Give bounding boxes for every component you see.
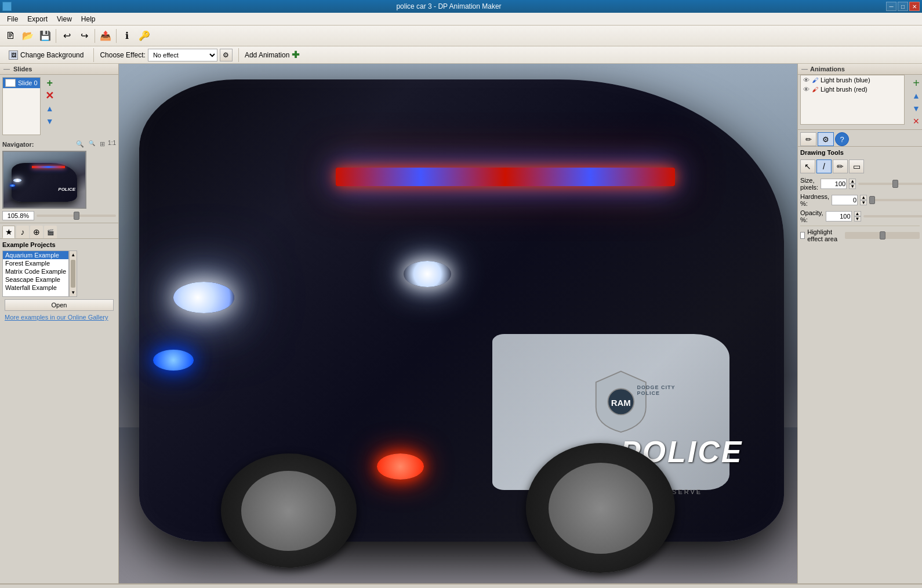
tab-music[interactable]: ♪ — [16, 226, 29, 238]
slides-header: Slides — [0, 64, 118, 75]
size-up[interactable]: ▲ — [849, 179, 856, 184]
move-anim-down-button[interactable]: ▼ — [910, 103, 922, 114]
example-item-2[interactable]: Matrix Code Example — [3, 267, 68, 275]
toolbar-sep-1 — [56, 29, 56, 43]
slide-item-0[interactable]: Slide 0 — [3, 78, 40, 88]
gallery-link[interactable]: More examples in our Online Gallery — [2, 313, 111, 322]
example-item-4[interactable]: Waterfall Example — [3, 284, 68, 292]
anim-list-wrapper: 👁 🖌 Light brush (blue) 👁 🖌 Light brush (… — [798, 75, 907, 127]
help-tab[interactable]: ? — [835, 132, 849, 146]
eraser-tool-button[interactable]: ▭ — [849, 159, 864, 173]
move-slide-up-button[interactable]: ▲ — [44, 103, 56, 114]
animations-list[interactable]: 👁 🖌 Light brush (blue) 👁 🖌 Light brush (… — [800, 75, 905, 125]
add-slide-button[interactable]: + — [44, 77, 56, 89]
add-anim-side-button[interactable]: + — [910, 77, 922, 89]
size-slider[interactable] — [858, 183, 922, 185]
size-down[interactable]: ▼ — [849, 184, 856, 189]
opacity-up[interactable]: ▲ — [854, 211, 861, 216]
tab-effects[interactable]: ⊕ — [30, 226, 43, 238]
undo-button[interactable]: ↩ — [59, 28, 75, 44]
hardness-down[interactable]: ▼ — [860, 200, 867, 205]
anim-eye-1: 👁 — [803, 86, 810, 93]
navigator-header: Navigator: 🔍 🔍 ⊞ 1:1 — [2, 140, 116, 148]
opacity-down[interactable]: ▼ — [854, 216, 861, 222]
change-background-button[interactable]: 🖼 Change Background — [5, 49, 88, 61]
menu-file[interactable]: File — [2, 14, 23, 24]
pencil-tool-button[interactable]: ✏ — [833, 159, 848, 173]
svg-text:RAM: RAM — [611, 398, 631, 408]
opacity-input[interactable]: 100 — [826, 211, 852, 222]
title-bar-left — [2, 2, 12, 11]
menu-export[interactable]: Export — [23, 14, 52, 24]
hardness-input[interactable]: 0 — [832, 195, 858, 205]
settings-tab[interactable]: ⚙ — [818, 132, 834, 146]
example-item-1[interactable]: Forest Example — [3, 259, 68, 267]
main-container: Slides Slide 0 + ✕ ▲ ▼ Navigator: 🔍 — [0, 64, 922, 583]
canvas-image: POLICE PROTECT & SERVE — [119, 64, 797, 583]
opacity-slider[interactable] — [863, 215, 922, 217]
menu-help[interactable]: Help — [77, 14, 100, 24]
action-sep-1 — [93, 48, 94, 62]
add-animation-button[interactable]: Add Animation ✚ — [245, 49, 299, 60]
remove-slide-button[interactable]: ✕ — [44, 90, 56, 101]
hardness-slider[interactable] — [869, 199, 922, 201]
effect-settings-button[interactable]: ⚙ — [220, 49, 233, 61]
example-item-3[interactable]: Seascape Example — [3, 275, 68, 284]
tab-media[interactable]: 🎬 — [44, 226, 57, 238]
list-scrollbar[interactable]: ▲ ▼ — [69, 251, 77, 297]
size-input[interactable]: 100 — [821, 179, 847, 189]
highlight-checkbox[interactable] — [800, 232, 805, 239]
slides-area: Slide 0 + ✕ ▲ ▼ — [0, 75, 118, 137]
zoom-slider[interactable] — [37, 215, 116, 217]
new-button[interactable]: 🖹 — [2, 28, 19, 44]
hardness-spinner[interactable]: ▲ ▼ — [860, 195, 867, 205]
remove-anim-button[interactable]: ✕ — [910, 115, 922, 127]
brush-tool-button[interactable]: / — [816, 159, 832, 173]
select-tool-button[interactable]: ↖ — [800, 159, 815, 173]
anim-name-1: Light brush (red) — [821, 86, 867, 93]
slide-label-0: Slide 0 — [18, 79, 38, 86]
fit-button[interactable]: ⊞ — [98, 140, 107, 148]
anim-item-0[interactable]: 👁 🖌 Light brush (blue) — [801, 75, 904, 85]
light-bar — [336, 168, 675, 186]
opacity-spinner[interactable]: ▲ ▼ — [854, 211, 861, 222]
redo-button[interactable]: ↪ — [76, 28, 92, 44]
example-list-area: Aquarium Example Forest Example Matrix C… — [2, 251, 116, 297]
navigator-preview[interactable]: POLICE — [2, 151, 86, 209]
menu-bar: File Export View Help — [0, 13, 922, 26]
move-anim-up-button[interactable]: ▲ — [910, 90, 922, 101]
move-slide-down-button[interactable]: ▼ — [44, 115, 56, 127]
example-item-0[interactable]: Aquarium Example — [3, 251, 68, 259]
headlight-left — [173, 282, 234, 313]
title-bar-title: police car 3 - DP Animation Maker — [12, 2, 886, 10]
size-spinner[interactable]: ▲ ▼ — [849, 179, 856, 189]
info-button[interactable]: ℹ — [119, 28, 135, 44]
key-button[interactable]: 🔑 — [136, 28, 153, 44]
tab-projects[interactable]: ★ — [2, 226, 15, 238]
maximize-button[interactable]: □ — [898, 2, 908, 11]
add-anim-label: Add Animation — [245, 51, 289, 59]
open-button[interactable]: 📂 — [20, 28, 36, 44]
anim-item-1[interactable]: 👁 🖌 Light brush (red) — [801, 85, 904, 94]
city-police: DODGE CITYPOLICE — [637, 384, 675, 396]
hardness-up[interactable]: ▲ — [860, 195, 867, 200]
effect-select[interactable]: No effect Fade Blur Zoom — [148, 49, 217, 61]
animations-header-left: Animations — [801, 66, 845, 72]
close-button[interactable]: ✕ — [909, 2, 920, 11]
menu-view[interactable]: View — [52, 14, 77, 24]
shield-badge: RAM — [594, 365, 648, 438]
example-list[interactable]: Aquarium Example Forest Example Matrix C… — [2, 251, 69, 297]
zoom-out-button[interactable]: 🔍 — [87, 140, 97, 148]
highlight-slider[interactable] — [845, 232, 920, 239]
right-panel: Animations 👁 🖌 Light brush (blue) 👁 🖌 Li… — [797, 64, 922, 583]
draw-tab[interactable]: ✏ — [800, 132, 816, 146]
save-button[interactable]: 💾 — [37, 28, 53, 44]
minimize-button[interactable]: ─ — [886, 2, 896, 11]
anim-side-buttons: + ▲ ▼ ✕ — [909, 75, 922, 129]
title-bar-controls: ─ □ ✕ — [886, 2, 920, 11]
open-button[interactable]: Open — [5, 299, 114, 311]
navigator-section: Navigator: 🔍 🔍 ⊞ 1:1 POLICE — [0, 137, 118, 223]
export-button[interactable]: 📤 — [97, 28, 114, 44]
canvas-area[interactable]: POLICE PROTECT & SERVE — [119, 64, 797, 583]
zoom-in-button[interactable]: 🔍 — [74, 140, 86, 148]
